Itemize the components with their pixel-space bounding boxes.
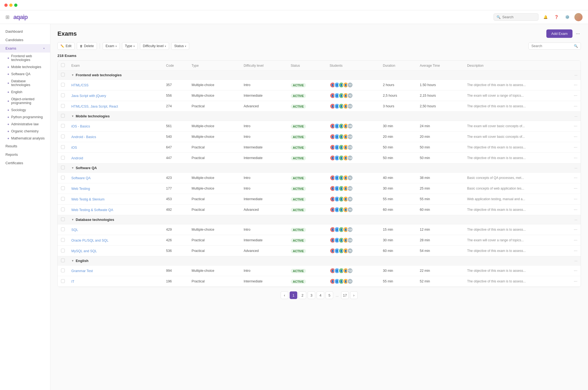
pagination-page-17[interactable]: 17 (341, 291, 349, 299)
sidebar-item-software-qa[interactable]: Software QA (0, 71, 50, 78)
type-filter-button[interactable]: Type ▾ (122, 42, 138, 50)
table-group-row: ▼ Frontend web technologies ··· (58, 71, 581, 80)
pagination-page-1[interactable]: 1 (290, 291, 297, 299)
sidebar-item-mobile[interactable]: Mobile technologies (0, 63, 50, 71)
exam-link[interactable]: Oracle PL/SQL and SQL (71, 239, 108, 242)
sidebar-item-database[interactable]: Database technologies (0, 78, 50, 89)
pagination-prev[interactable]: ‹ (281, 291, 288, 299)
status-badge: ACTIVE (291, 187, 306, 191)
table-header: Exam Code Type Difficulty level Status S… (58, 61, 581, 71)
exam-link[interactable]: MySQL and SQL (71, 249, 97, 253)
exam-link[interactable]: Java Script with jQuery (71, 94, 106, 98)
row-more-button[interactable]: ··· (574, 134, 577, 139)
help-icon[interactable]: ❓ (553, 13, 560, 21)
maximize-button[interactable] (14, 4, 17, 7)
table-row: Android 447 Practical Intermediate ACTIV… (58, 153, 581, 163)
sidebar-item-certificates[interactable]: Certificates (0, 159, 50, 167)
pagination-page-5[interactable]: 5 (326, 291, 333, 299)
table-row: iOS 647 Practical Intermediate ACTIVE 👤 … (58, 142, 581, 153)
sidebar-item-oop[interactable]: Object-oriented programming (0, 96, 50, 106)
settings-icon[interactable]: ⚙️ (564, 13, 571, 21)
search-input[interactable] (502, 15, 535, 19)
exam-filter-chevron: ▾ (115, 45, 117, 48)
exam-link[interactable]: Web Testing (71, 187, 90, 191)
minimize-button[interactable] (9, 4, 13, 7)
exam-link[interactable]: SQL (71, 228, 78, 232)
sidebar-item-reports[interactable]: Reports (0, 150, 50, 159)
exam-link[interactable]: Web Testing & Softwate QA (71, 208, 113, 212)
exam-link[interactable]: Grammar Test (71, 269, 93, 273)
exam-link[interactable]: Android (71, 156, 83, 160)
logo: aqaip (13, 14, 494, 21)
sidebar-item-exams[interactable]: Exams ▾ (0, 44, 50, 53)
table-group-row: ▼ Software QA ··· (58, 163, 581, 173)
add-exam-button[interactable]: Add Exam (546, 29, 572, 38)
table-search-input[interactable] (531, 44, 572, 48)
row-more-button[interactable]: ··· (574, 238, 577, 242)
table-row: iOS - Basics 561 Multiple-choice Intro A… (58, 121, 581, 132)
table-row: Web Testing 177 Multiple-choice Intro AC… (58, 183, 581, 194)
row-more-button[interactable]: ··· (574, 248, 577, 253)
notifications-icon[interactable]: 🔔 (542, 13, 549, 21)
row-more-button[interactable]: ··· (574, 83, 577, 87)
row-more-button[interactable]: ··· (574, 227, 577, 232)
exam-link[interactable]: Web Testig & Slenium (71, 197, 105, 201)
sidebar-item-results[interactable]: Results (0, 142, 50, 150)
close-button[interactable] (4, 4, 8, 7)
status-badge: ACTIVE (291, 176, 306, 180)
exam-link[interactable]: Software QA (71, 176, 91, 180)
more-options-button[interactable]: ··· (575, 30, 581, 38)
status-filter-button[interactable]: Status ▾ (171, 42, 189, 50)
edit-button[interactable]: ✏️ Edit (57, 42, 75, 50)
pagination-page-3[interactable]: 3 (308, 291, 315, 299)
exam-filter-button[interactable]: Exam ▾ (103, 42, 120, 50)
sidebar-item-sociology[interactable]: Sociology (0, 106, 50, 114)
page-header: Exams Add Exam ··· (57, 29, 581, 38)
row-more-button[interactable]: ··· (574, 104, 577, 108)
pagination-next[interactable]: › (350, 291, 358, 299)
row-more-button[interactable]: ··· (574, 124, 577, 128)
status-badge: ACTIVE (291, 238, 306, 243)
sidebar-item-math-analysis[interactable]: Mathematical analysis (0, 135, 50, 142)
exam-link[interactable]: iOS (71, 146, 77, 150)
row-more-button[interactable]: ··· (574, 175, 577, 180)
exam-link[interactable]: IT (71, 280, 74, 284)
status-badge: ACTIVE (291, 269, 306, 273)
row-more-button[interactable]: ··· (574, 207, 577, 212)
sidebar-item-organic-chem[interactable]: Organic chemistry (0, 128, 50, 135)
sidebar-item-dashboard[interactable]: Dashboard (0, 27, 50, 36)
table-row: Android - Basics 540 Multiple-choice Int… (58, 132, 581, 142)
status-badge: ACTIVE (291, 279, 306, 284)
row-more-button[interactable]: ··· (574, 93, 577, 98)
exam-link[interactable]: Android - Basics (71, 135, 96, 139)
grid-icon[interactable]: ⊞ (5, 14, 10, 20)
row-more-button[interactable]: ··· (574, 197, 577, 201)
row-more-button[interactable]: ··· (574, 268, 577, 273)
status-badge: ACTIVE (291, 249, 306, 253)
row-more-button[interactable]: ··· (574, 156, 577, 160)
exams-chevron: ▾ (43, 47, 45, 50)
difficulty-filter-button[interactable]: Difficulty level ▾ (140, 42, 169, 50)
exam-link[interactable]: HTML/CSS (71, 83, 88, 87)
avatar[interactable] (574, 13, 583, 21)
traffic-lights (4, 4, 17, 7)
status-badge: ACTIVE (291, 124, 306, 129)
search-icon: 🔍 (497, 15, 501, 19)
sidebar-item-frontend[interactable]: Frontend web technologies (0, 53, 50, 63)
pagination-page-2[interactable]: 2 (299, 291, 306, 299)
row-more-button[interactable]: ··· (574, 279, 577, 284)
delete-button[interactable]: 🗑 Delete (77, 42, 97, 50)
sidebar-item-admin-law[interactable]: Administrative law (0, 121, 50, 128)
status-badge: ACTIVE (291, 94, 306, 98)
pagination-page-4[interactable]: 4 (317, 291, 324, 299)
sidebar-item-english[interactable]: English (0, 89, 50, 96)
sidebar-item-python[interactable]: Python programming (0, 114, 50, 121)
table-row: HTML/CSS, Java Script, React 274 Practic… (58, 101, 581, 112)
row-more-button[interactable]: ··· (574, 186, 577, 191)
sidebar-item-candidates[interactable]: Candidates (0, 36, 50, 44)
toolbar: ✏️ Edit 🗑 Delete Exam ▾ Type ▾ Difficult… (57, 42, 581, 50)
exam-link[interactable]: HTML/CSS, Java Script, React (71, 105, 118, 108)
exam-link[interactable]: iOS - Basics (71, 124, 90, 128)
status-badge: ACTIVE (291, 83, 306, 87)
row-more-button[interactable]: ··· (574, 145, 577, 150)
